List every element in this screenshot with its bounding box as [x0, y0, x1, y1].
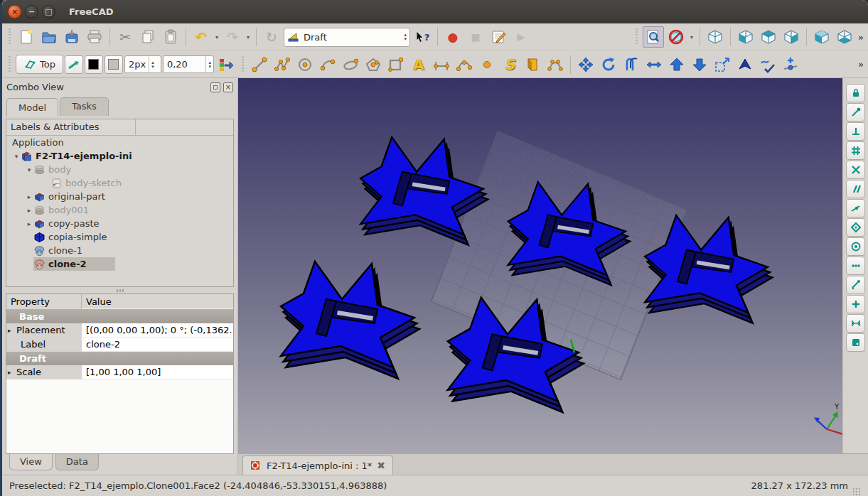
collapse-arrow-icon[interactable]: ▸ — [25, 220, 33, 227]
view-rear-button[interactable] — [811, 26, 832, 48]
tree-item-application[interactable]: Application — [6, 136, 233, 149]
line-width-spinner[interactable]: ▴▾ — [149, 56, 156, 72]
property-row-scale[interactable]: ▸Scale [1,00 1,00 1,00] — [6, 365, 233, 379]
property-row-placement[interactable]: ▸Placement [(0,00 0,00 1,00); 0 °; (-0,1… — [6, 323, 233, 338]
close-panel-button[interactable]: × — [223, 82, 233, 92]
tab-data[interactable]: Data — [55, 454, 99, 470]
draft-upgrade-button[interactable] — [666, 54, 687, 75]
snap-grid-button[interactable] — [846, 141, 865, 160]
tree-item-clone-2[interactable]: clone-2 — [6, 257, 233, 271]
draft-rotate-button[interactable] — [598, 54, 619, 75]
toolbar-drag-handle[interactable] — [7, 56, 12, 73]
snap-angle-button[interactable] — [846, 276, 865, 294]
snap-endpoint-button[interactable] — [846, 103, 865, 122]
draft-arc-button[interactable] — [317, 54, 338, 75]
draft-point-button[interactable] — [476, 54, 498, 75]
autogroup-button[interactable] — [215, 54, 237, 75]
redo-dropdown[interactable]: ▾ — [245, 34, 252, 41]
toolbar-overflow-button[interactable]: » — [857, 32, 865, 43]
draft-shapestring-button[interactable]: S — [499, 54, 520, 75]
draft-dimension-button[interactable] — [431, 54, 452, 75]
scale-spinbox[interactable]: 0,20▴▾ — [163, 55, 214, 73]
value-column-header[interactable]: Value — [82, 294, 233, 309]
snap-parallel-button[interactable] — [846, 180, 865, 198]
draft-bspline-button[interactable] — [454, 54, 475, 75]
draft-trimex-button[interactable] — [643, 54, 665, 75]
property-group-draft[interactable]: Draft — [6, 352, 233, 365]
undo-button[interactable]: ↶ — [191, 26, 212, 48]
view-top-button[interactable] — [758, 26, 779, 48]
snap-intersection-button[interactable] — [846, 161, 865, 179]
line-color-swatch[interactable] — [85, 55, 103, 74]
macro-edit-button[interactable] — [488, 26, 509, 48]
macro-record-button[interactable]: ● — [442, 26, 464, 48]
fit-all-button[interactable] — [643, 26, 664, 48]
open-button[interactable] — [38, 26, 60, 48]
snap-special-button[interactable] — [846, 218, 865, 237]
save-button[interactable] — [61, 26, 82, 48]
whats-this-button[interactable]: ? — [412, 26, 433, 48]
expand-arrow-icon[interactable]: ▾ — [25, 166, 33, 173]
snap-extension-button[interactable] — [846, 295, 865, 313]
tree-item-body[interactable]: ▾ body — [6, 163, 233, 176]
cut-button[interactable]: ✂ — [114, 26, 136, 48]
view-front-button[interactable] — [735, 26, 756, 48]
draft-text-button[interactable]: A — [408, 54, 429, 75]
toolbar-drag-handle[interactable] — [240, 56, 245, 73]
tab-tasks[interactable]: Tasks — [60, 97, 109, 116]
draft-downgrade-button[interactable] — [689, 54, 710, 75]
toolbar-overflow-button[interactable]: » — [857, 59, 865, 70]
window-minimize-button[interactable]: − — [25, 5, 38, 18]
panel-splitter[interactable] — [2, 287, 237, 293]
draft-scale-button[interactable] — [712, 54, 733, 75]
placement-value[interactable]: [(0,00 0,00 1,00); 0 °; (-0,1362... — [82, 323, 233, 338]
tree-item-original-part[interactable]: ▸ original-part — [6, 190, 233, 203]
style-button[interactable] — [65, 55, 83, 74]
tree-item-body001[interactable]: ▸ body001 — [6, 203, 233, 217]
expand-arrow-icon[interactable]: ▾ — [12, 153, 21, 160]
new-file-button[interactable] — [16, 26, 37, 48]
expand-arrow-icon[interactable]: ▸ — [8, 365, 16, 379]
snap-center-button[interactable] — [846, 237, 865, 256]
draft-ellipse-button[interactable] — [340, 54, 361, 75]
refresh-button[interactable]: ↻ — [261, 26, 282, 48]
draw-style-button[interactable] — [665, 26, 687, 48]
tab-close-button[interactable]: ✖ — [377, 460, 385, 471]
draft-add-point-button[interactable] — [780, 54, 801, 75]
view-right-button[interactable] — [781, 26, 802, 48]
resize-grip-icon[interactable] — [852, 487, 861, 496]
macro-play-button[interactable]: ▶ — [510, 26, 532, 48]
float-panel-button[interactable] — [210, 82, 220, 92]
tree-item-body-sketch[interactable]: body-sketch — [6, 176, 233, 190]
3d-viewport[interactable]: X Y — [238, 78, 842, 453]
draft-bezier-button[interactable] — [545, 54, 566, 75]
window-maximize-button[interactable]: □ — [42, 5, 55, 18]
draw-style-dropdown[interactable]: ▾ — [688, 34, 695, 41]
property-column-header[interactable]: Property — [6, 294, 82, 309]
toolbar-drag-handle[interactable] — [7, 28, 12, 45]
face-color-swatch[interactable] — [105, 55, 123, 74]
tab-model[interactable]: Model — [6, 98, 58, 117]
snap-perpendicular-button[interactable] — [846, 122, 865, 141]
draft-offset-button[interactable] — [621, 54, 642, 75]
tree-item-clone-1[interactable]: clone-1 — [6, 244, 233, 257]
draft-wire-button[interactable] — [272, 54, 293, 75]
scale-value-cell[interactable]: [1,00 1,00 1,00] — [82, 365, 233, 379]
scale-spinner[interactable]: ▴▾ — [205, 56, 213, 72]
redo-button[interactable]: ↷ — [222, 26, 243, 48]
working-plane-button[interactable]: Top — [16, 55, 63, 74]
draft-circle-button[interactable] — [294, 54, 316, 75]
expand-arrow-icon[interactable]: ▸ — [8, 323, 16, 338]
draft-line-button[interactable] — [249, 54, 270, 75]
snap-working-plane-button[interactable] — [846, 333, 865, 352]
draft-to-sketch-button[interactable] — [757, 54, 778, 75]
macro-stop-button[interactable]: ■ — [465, 26, 486, 48]
collapse-arrow-icon[interactable]: ▸ — [25, 207, 33, 214]
print-button[interactable] — [84, 26, 105, 48]
collapse-arrow-icon[interactable]: ▸ — [25, 193, 33, 200]
toolbar-drag-handle[interactable] — [634, 28, 639, 45]
draft-facebinder-button[interactable] — [522, 54, 543, 75]
property-group-base[interactable]: Base — [6, 310, 233, 323]
label-value[interactable]: clone-2 — [82, 338, 233, 352]
workbench-selector[interactable]: Draft ▴▾ — [284, 28, 410, 47]
